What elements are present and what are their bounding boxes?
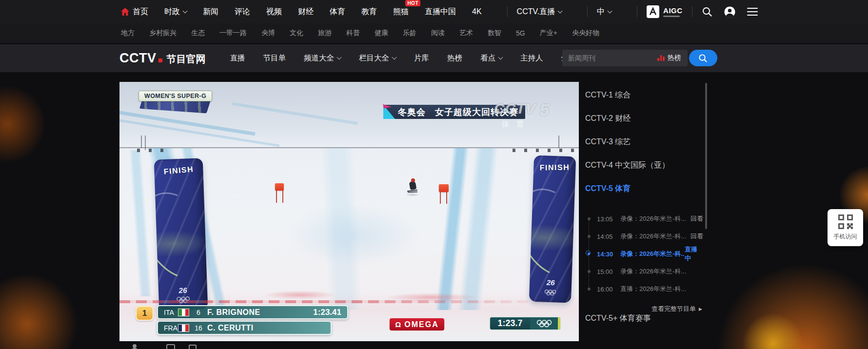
sitenav-item-label: 节目单: [263, 53, 286, 63]
user-avatar-icon[interactable]: [724, 6, 735, 18]
race-time: 1:23.41: [313, 308, 347, 317]
sidebar-channel-cctv5[interactable]: CCTV-5 体育: [585, 177, 707, 200]
sitenav-item-lanmudaquan[interactable]: 栏目大全: [359, 53, 396, 63]
topnav-item-shipin[interactable]: 视频: [266, 7, 282, 17]
topnav-item-4k[interactable]: 4K: [472, 7, 482, 16]
divider: [507, 6, 508, 17]
topnav-item-label: 评论: [235, 7, 250, 17]
schedule-time: 14:05: [597, 233, 616, 240]
schedule-row[interactable]: 14:05 录像：2026年米兰-科... 回看: [585, 228, 703, 245]
cable-pole: [141, 136, 142, 148]
sidebar-channel-cctv5plus[interactable]: CCTV-5+ 体育赛事: [585, 314, 651, 322]
sidebar-channel-cctv2[interactable]: CCTV-2 财经: [585, 107, 707, 130]
subnav-item[interactable]: 艺术: [459, 29, 473, 38]
sitenav-item-label: 片库: [414, 53, 429, 63]
leaderboard: 1 ITA 6 F. BRIGNONE 1:23.41 FRA 16 C. CE…: [136, 305, 348, 335]
sidebar-channel-cctv3[interactable]: CCTV-3 综艺: [585, 130, 707, 154]
sitenav-item-zhuchiren[interactable]: 主持人: [520, 53, 543, 63]
chevron-down-icon: [337, 55, 342, 60]
live-now-badge: 直播中: [685, 245, 703, 263]
sidebar-channel-cctv1[interactable]: CCTV-1 综合: [585, 83, 707, 107]
main-content: FINISH 26 FINISH 26 WOMEN'S SUPER-G 冬奥: [119, 82, 868, 341]
topnav-item-xiongmao[interactable]: 熊猫HOT: [393, 7, 409, 17]
subnav-item[interactable]: 生态: [191, 29, 205, 38]
video-player[interactable]: FINISH 26 FINISH 26 WOMEN'S SUPER-G 冬奥: [119, 82, 579, 341]
topnav-item-tiyu[interactable]: 体育: [330, 7, 345, 17]
menu-icon[interactable]: [747, 8, 758, 16]
logo-red-dot: [158, 58, 162, 62]
subnav-item[interactable]: 健康: [375, 29, 388, 38]
topnav-item-label: 直播中国: [425, 7, 456, 17]
subnav-item[interactable]: 产业+: [540, 29, 557, 38]
schedule-row[interactable]: 15:00 录像：2026年米兰-科...: [585, 263, 703, 280]
omega-sponsor-logo: Ω OMEGA: [389, 318, 445, 331]
mobile-access-button[interactable]: 手机访问: [828, 209, 863, 246]
divider: [637, 6, 637, 17]
subnav-item[interactable]: 5G: [516, 29, 525, 37]
finish-label: FINISH: [154, 164, 203, 177]
sitenav-item-rebang[interactable]: 热榜: [447, 53, 462, 63]
schedule-row[interactable]: 16:00 直播：2026年米兰-科...: [585, 280, 703, 298]
language-switcher[interactable]: 中: [597, 7, 612, 17]
mini-player-icon[interactable]: [189, 345, 197, 349]
topnav-item-shizheng[interactable]: 时政: [164, 7, 187, 17]
bib-number: 16: [193, 324, 204, 332]
slalom-gate: [439, 184, 449, 192]
topnav-item-caijing[interactable]: 财经: [298, 7, 314, 17]
schedule-row[interactable]: 13:05 录像：2026年米兰-科... 回看: [585, 210, 703, 228]
finish-label: FINISH: [533, 163, 575, 172]
sitenav-item-kandian[interactable]: 看点: [480, 53, 502, 63]
sitenav-item-label: 栏目大全: [359, 53, 389, 63]
subnav-item[interactable]: 数智: [488, 29, 501, 38]
leaderboard-row: FRA 16 C. CERUTTI: [157, 321, 332, 335]
sitenav-item-pindaodaquan[interactable]: 频道大全: [304, 53, 341, 63]
search-button[interactable]: [689, 50, 717, 66]
subnav-item[interactable]: 科普: [346, 29, 360, 38]
subnav-item[interactable]: 地方: [121, 29, 135, 38]
subnav-item[interactable]: 文化: [290, 29, 303, 38]
topnav-cctv-live[interactable]: CCTV.直播: [517, 7, 562, 17]
omega-text: OMEGA: [404, 320, 438, 329]
france-flag-icon: [178, 325, 189, 331]
search-icon[interactable]: [702, 6, 712, 17]
site-nav: CCTV 节目官网 直播 节目单 频道大全 栏目大全 片库 热榜 看点 主持人 …: [0, 44, 868, 72]
topnav-home[interactable]: 首页: [121, 7, 148, 17]
schedule-row-live[interactable]: 14:30 录像：2026年米兰-科... 直播中: [585, 245, 703, 263]
cctv-program-logo[interactable]: CCTV 节目官网: [119, 51, 206, 66]
subnav-item[interactable]: 阅读: [431, 29, 445, 38]
replay-link[interactable]: 回看: [690, 232, 703, 241]
bib-number: 6: [193, 309, 204, 316]
subnav-item[interactable]: 央博: [261, 29, 275, 38]
topnav-icons: [702, 6, 758, 18]
sitenav-item-jiemudan[interactable]: 节目单: [263, 53, 286, 63]
sidebar-scrollbar[interactable]: [705, 83, 707, 229]
subnav-item[interactable]: 乡村振兴: [149, 29, 177, 38]
cable-flag: [536, 149, 539, 152]
replay-link[interactable]: 回看: [690, 214, 703, 223]
subnav-item[interactable]: 一带一路: [219, 29, 247, 38]
sitenav-item-pianku[interactable]: 片库: [414, 53, 429, 63]
athlete-name: F. BRIGNONE: [207, 308, 260, 317]
theater-mode-icon[interactable]: [166, 344, 175, 349]
topnav-item-zhibozhongguo[interactable]: 直播中国: [425, 7, 456, 17]
view-full-schedule-link[interactable]: 查看完整节目单 ▶: [585, 305, 707, 313]
hot-ranking-link[interactable]: 热榜: [651, 54, 688, 62]
topnav-item-jiaoyu[interactable]: 教育: [361, 7, 377, 17]
topnav-item-xinwen[interactable]: 新闻: [203, 7, 218, 17]
topnav-item-label: 熊猫: [393, 7, 409, 17]
country-code: ITA: [158, 309, 178, 316]
schedule-time: 14:30: [597, 251, 616, 258]
topnav-item-label: 体育: [330, 7, 345, 17]
bg-blob: [0, 273, 78, 349]
subnav-item[interactable]: 乐龄: [403, 29, 416, 38]
subnav-item[interactable]: 央央好物: [572, 29, 599, 38]
cable-flag: [149, 149, 152, 152]
aigc-logo[interactable]: AIGC: [647, 5, 683, 18]
topnav-item-pinglun[interactable]: 评论: [235, 7, 250, 17]
hot-badge: HOT: [405, 0, 420, 6]
barrage-user-icon[interactable]: [130, 343, 139, 349]
sidebar-channel-cctv4[interactable]: CCTV-4 中文国际（亚）: [585, 154, 707, 177]
search-input[interactable]: [562, 50, 651, 66]
sitenav-item-zhibo[interactable]: 直播: [230, 53, 245, 63]
subnav-item[interactable]: 旅游: [318, 29, 332, 38]
